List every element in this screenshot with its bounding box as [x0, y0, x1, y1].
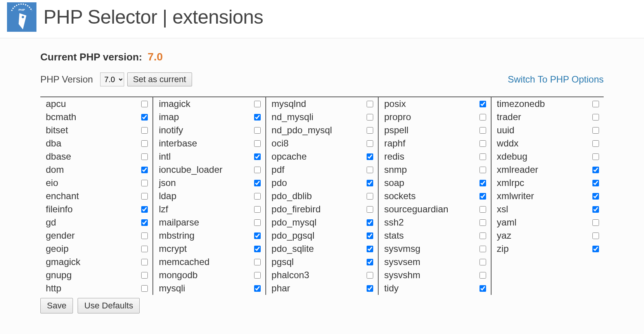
- extension-checkbox-interbase[interactable]: [254, 140, 261, 147]
- extension-checkbox-lzf[interactable]: [254, 206, 261, 213]
- save-button[interactable]: Save: [40, 298, 73, 313]
- extension-item-pdo_sqlite: pdo_sqlite: [266, 242, 378, 255]
- extension-checkbox-redis[interactable]: [480, 153, 486, 160]
- extension-checkbox-uuid[interactable]: [592, 127, 599, 134]
- extension-checkbox-ioncube_loader[interactable]: [254, 167, 261, 173]
- extension-checkbox-ssh2[interactable]: [480, 219, 486, 226]
- extension-checkbox-gnupg[interactable]: [141, 272, 148, 279]
- extension-checkbox-sysvshm[interactable]: [480, 272, 486, 279]
- extension-checkbox-inotify[interactable]: [254, 127, 261, 134]
- extension-checkbox-memcached[interactable]: [254, 259, 261, 265]
- extension-checkbox-geoip[interactable]: [141, 246, 148, 252]
- extension-checkbox-propro[interactable]: [480, 114, 486, 121]
- extension-checkbox-dbase[interactable]: [141, 153, 148, 160]
- extension-checkbox-yaz[interactable]: [592, 232, 599, 239]
- extension-checkbox-raphf[interactable]: [480, 140, 486, 147]
- extension-checkbox-timezonedb[interactable]: [592, 101, 599, 107]
- extension-label: interbase: [159, 138, 197, 149]
- extension-item-phalcon3: phalcon3: [266, 269, 378, 282]
- extension-checkbox-eio[interactable]: [141, 180, 148, 186]
- extension-checkbox-oci8[interactable]: [367, 140, 373, 147]
- extension-checkbox-mongodb[interactable]: [254, 272, 261, 279]
- extension-checkbox-sourceguardian[interactable]: [480, 206, 486, 213]
- extension-checkbox-opcache[interactable]: [367, 153, 373, 160]
- extension-checkbox-sockets[interactable]: [480, 193, 486, 200]
- extension-checkbox-mysqlnd[interactable]: [367, 101, 373, 107]
- extension-label: trader: [497, 112, 521, 122]
- extension-checkbox-enchant[interactable]: [141, 193, 148, 200]
- extension-checkbox-xmlrpc[interactable]: [592, 180, 599, 186]
- extension-checkbox-pdo_dblib[interactable]: [367, 193, 373, 200]
- extension-checkbox-dba[interactable]: [141, 140, 148, 147]
- extension-checkbox-imap[interactable]: [254, 114, 261, 121]
- extension-checkbox-imagick[interactable]: [254, 101, 261, 107]
- extension-checkbox-phar[interactable]: [367, 285, 373, 292]
- extension-checkbox-phalcon3[interactable]: [367, 272, 373, 279]
- extension-checkbox-pgsql[interactable]: [367, 259, 373, 265]
- extension-item-imagick: imagick: [153, 97, 265, 110]
- extension-checkbox-pspell[interactable]: [480, 127, 486, 134]
- extension-checkbox-json[interactable]: [254, 180, 261, 186]
- extension-label: xmlrpc: [497, 177, 525, 188]
- extension-checkbox-mailparse[interactable]: [254, 219, 261, 226]
- extension-checkbox-gmagick[interactable]: [141, 259, 148, 265]
- extension-checkbox-pdo_mysql[interactable]: [367, 219, 373, 226]
- use-defaults-button[interactable]: Use Defaults: [78, 298, 140, 313]
- extension-label: http: [46, 283, 61, 294]
- extension-checkbox-xdebug[interactable]: [592, 153, 599, 160]
- extension-checkbox-mcrypt[interactable]: [254, 246, 261, 252]
- extension-checkbox-pdo_firebird[interactable]: [367, 206, 373, 213]
- extension-checkbox-intl[interactable]: [254, 153, 261, 160]
- extension-item-imap: imap: [153, 110, 265, 124]
- extension-checkbox-pdo_sqlite[interactable]: [367, 246, 373, 252]
- extension-checkbox-pdf[interactable]: [367, 167, 373, 173]
- extension-checkbox-http[interactable]: [141, 285, 148, 292]
- extension-checkbox-ldap[interactable]: [254, 193, 261, 200]
- extension-checkbox-nd_pdo_mysql[interactable]: [367, 127, 373, 134]
- extension-checkbox-trader[interactable]: [592, 114, 599, 121]
- extension-checkbox-tidy[interactable]: [480, 285, 486, 292]
- extension-checkbox-apcu[interactable]: [141, 101, 148, 107]
- extensions-column: apcubcmathbitsetdbadbasedomeioenchantfil…: [40, 97, 153, 295]
- extension-checkbox-posix[interactable]: [480, 101, 486, 107]
- extension-item-apcu: apcu: [40, 97, 152, 110]
- extension-checkbox-wddx[interactable]: [592, 140, 599, 147]
- set-as-current-button[interactable]: Set as current: [127, 72, 192, 86]
- extension-label: pdo_dblib: [272, 191, 312, 201]
- extension-checkbox-xmlwriter[interactable]: [592, 193, 599, 200]
- switch-to-php-options-link[interactable]: Switch To PHP Options: [508, 74, 604, 85]
- extension-checkbox-sysvmsg[interactable]: [480, 246, 486, 252]
- extension-checkbox-pdo_pgsql[interactable]: [367, 232, 373, 239]
- page-header: PHP PHP Selector | extensions: [0, 0, 644, 38]
- php-version-select[interactable]: 7.0: [100, 72, 124, 86]
- extension-item-xsl: xsl: [492, 203, 604, 216]
- extension-checkbox-yaml[interactable]: [592, 219, 599, 226]
- extension-checkbox-mbstring[interactable]: [254, 232, 261, 239]
- extension-checkbox-soap[interactable]: [480, 180, 486, 186]
- extension-item-mcrypt: mcrypt: [153, 242, 265, 255]
- extension-checkbox-stats[interactable]: [480, 232, 486, 239]
- extension-item-raphf: raphf: [379, 137, 490, 150]
- extension-checkbox-gender[interactable]: [141, 232, 148, 239]
- extension-checkbox-xsl[interactable]: [592, 206, 599, 213]
- extension-item-memcached: memcached: [153, 255, 265, 269]
- extension-checkbox-bcmath[interactable]: [141, 114, 148, 121]
- extension-checkbox-gd[interactable]: [141, 219, 148, 226]
- extension-checkbox-xmlreader[interactable]: [592, 167, 599, 173]
- extension-checkbox-mysqli[interactable]: [254, 285, 261, 292]
- extension-checkbox-sysvsem[interactable]: [480, 259, 486, 265]
- extensions-column: posixpropropspellraphfredissnmpsoapsocke…: [378, 97, 491, 295]
- extension-checkbox-nd_mysqli[interactable]: [367, 114, 373, 121]
- current-version-value: 7.0: [148, 51, 163, 63]
- extension-checkbox-dom[interactable]: [141, 167, 148, 173]
- extension-checkbox-pdo[interactable]: [367, 180, 373, 186]
- extension-label: mailparse: [159, 217, 199, 228]
- extension-checkbox-zip[interactable]: [592, 246, 599, 252]
- extension-item-pgsql: pgsql: [266, 255, 378, 269]
- current-version-row: Current PHP version: 7.0: [40, 51, 604, 63]
- extension-label: nd_pdo_mysql: [272, 125, 332, 136]
- extension-checkbox-snmp[interactable]: [480, 167, 486, 173]
- extension-label: soap: [384, 177, 404, 188]
- extension-checkbox-fileinfo[interactable]: [141, 206, 148, 213]
- extension-checkbox-bitset[interactable]: [141, 127, 148, 134]
